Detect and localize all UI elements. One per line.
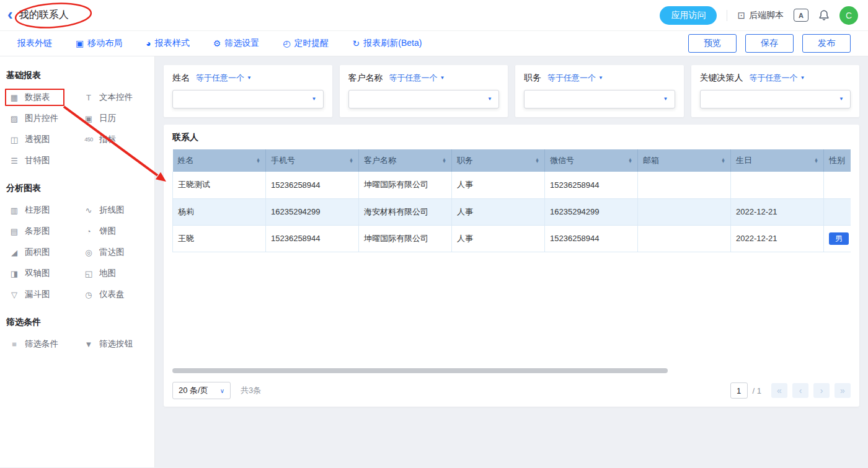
sort-icon[interactable]: ▲▼ — [349, 158, 353, 164]
column-label: 性别 — [829, 155, 845, 166]
column-header-job-title[interactable]: 职务▲▼ — [452, 149, 545, 172]
toolbar-item-label: 定时提醒 — [294, 38, 329, 49]
cell: 坤曜国际有限公司 — [359, 172, 452, 198]
sidebar-item-filter-button[interactable]: ▼ 筛选按钮 — [79, 335, 149, 353]
sidebar-item-area-chart[interactable]: ◢ 面积图 — [5, 244, 79, 261]
item-label: 数据表 — [25, 92, 50, 103]
table-row[interactable]: 王晓测试 15236258944 坤曜国际有限公司 人事 15236258944 — [173, 172, 851, 198]
pagination-left: 20 条/页 ∨ 共3条 — [172, 382, 261, 399]
sidebar-item-pivot-table[interactable]: ◫ 透视图 — [5, 131, 79, 148]
backend-script-button[interactable]: ⊡ 后端脚本 — [737, 10, 784, 21]
filter-value-select[interactable]: ▼ — [524, 90, 675, 108]
filter-operator-dropdown[interactable]: 等于任意一个 ▼ — [389, 73, 445, 84]
toolbar-item-scheduled-reminder[interactable]: ◴ 定时提醒 — [283, 38, 329, 49]
sidebar-item-text-widget[interactable]: T 文本控件 — [79, 89, 149, 106]
column-header-email[interactable]: 邮箱▲▼ — [638, 149, 731, 172]
column-header-phone[interactable]: 手机号▲▼ — [266, 149, 359, 172]
cell: 王晓 — [173, 225, 266, 252]
sidebar-item-gauge-chart[interactable]: ◷ 仪表盘 — [79, 286, 149, 303]
column-header-wechat[interactable]: 微信号▲▼ — [545, 149, 638, 172]
back-icon[interactable]: ‹ — [7, 6, 13, 22]
filter-operator-dropdown[interactable]: 等于任意一个 ▼ — [196, 73, 252, 84]
header-row: 姓名▲▼ 手机号▲▼ 客户名称▲▼ 职务▲▼ 微信号▲▼ 邮箱▲▼ 生日▲▼ 性… — [173, 149, 851, 172]
sort-icon[interactable]: ▲▼ — [721, 158, 725, 164]
filter-label: 关键决策人 — [700, 73, 743, 84]
filter-card-customer: 客户名称 等于任意一个 ▼ ▼ — [340, 65, 508, 117]
save-button[interactable]: 保存 — [745, 34, 794, 53]
sidebar-item-column-chart[interactable]: ▥ 柱形图 — [5, 201, 79, 219]
section-basic-reports: 基础报表 ▦ 数据表 T 文本控件 ▨ 图片控件 ▣ — [5, 70, 149, 169]
sidebar-item-indicator[interactable]: 450 指标 — [79, 131, 149, 148]
item-label: 日历 — [99, 113, 116, 124]
column-header-gender[interactable]: 性别▲▼ — [824, 149, 851, 172]
item-label: 筛选条件 — [25, 338, 58, 350]
page-size-select[interactable]: 20 条/页 ∨ — [172, 382, 231, 399]
item-label: 文本控件 — [99, 92, 133, 103]
sidebar-item-map-chart[interactable]: ◱ 地图 — [79, 265, 149, 282]
topbar: ‹ 我的联系人 应用访问 ⊡ 后端脚本 A C — [0, 0, 868, 31]
bar-chart-icon: ▤ — [9, 227, 20, 236]
page-number-input[interactable]: 1 — [730, 382, 748, 399]
cell: 人事 — [452, 172, 545, 198]
sidebar-item-line-chart[interactable]: ∿ 折线图 — [79, 201, 149, 219]
item-label: 雷达图 — [99, 247, 125, 258]
filter-operator-dropdown[interactable]: 等于任意一个 ▼ — [547, 73, 603, 84]
sidebar-item-calendar[interactable]: ▣ 日历 — [79, 110, 149, 127]
preview-button[interactable]: 预览 — [688, 34, 737, 53]
cell — [638, 225, 731, 252]
sidebar-item-filter-condition[interactable]: ≡ 筛选条件 — [5, 335, 79, 353]
filter-head: 关键决策人 等于任意一个 ▼ — [700, 73, 851, 84]
app-access-button[interactable]: 应用访问 — [660, 6, 717, 25]
filter-operator: 等于任意一个 — [196, 73, 244, 84]
filter-operator-dropdown[interactable]: 等于任意一个 ▼ — [750, 73, 805, 84]
table-row[interactable]: 杨莉 16235294299 海安材料有限公司 人事 16235294299 2… — [173, 198, 851, 225]
toolbar-item-report-style[interactable]: ◕ 报表样式 — [146, 38, 189, 49]
page-total: / 1 — [753, 386, 761, 395]
filter-value-select[interactable]: ▼ — [172, 90, 324, 108]
filter-head: 客户名称 等于任意一个 ▼ — [348, 73, 500, 84]
map-chart-icon: ◱ — [83, 269, 94, 278]
first-page-button[interactable]: « — [771, 383, 787, 398]
table-row[interactable]: 王晓 15236258944 坤曜国际有限公司 人事 15236258944 2… — [173, 225, 851, 252]
scrollbar-thumb[interactable] — [172, 368, 668, 373]
item-label: 甘特图 — [25, 155, 50, 166]
filter-operator: 等于任意一个 — [389, 73, 438, 84]
avatar[interactable]: C — [839, 6, 858, 25]
sort-icon[interactable]: ▲▼ — [256, 158, 260, 164]
sort-icon[interactable]: ▲▼ — [535, 158, 539, 164]
toolbar-item-report-external-link[interactable]: 报表外链 — [17, 38, 52, 49]
language-icon[interactable]: A — [794, 9, 808, 22]
next-page-button[interactable]: › — [813, 383, 830, 398]
publish-button[interactable]: 发布 — [802, 34, 851, 53]
toolbar-item-label: 报表刷新(Beta) — [363, 38, 422, 49]
toolbar-item-report-refresh[interactable]: ↻ 报表刷新(Beta) — [352, 38, 422, 49]
toolbar-item-filter-settings[interactable]: ⚙ 筛选设置 — [213, 38, 260, 49]
sidebar-item-pie-chart[interactable]: ◔ 饼图 — [79, 223, 149, 240]
notification-bell-icon[interactable] — [818, 9, 830, 21]
sidebar-item-dual-axis-chart[interactable]: ◨ 双轴图 — [5, 265, 79, 282]
filter-value-select[interactable]: ▼ — [700, 90, 851, 108]
image-widget-icon: ▨ — [9, 114, 20, 123]
filter-value-select[interactable]: ▼ — [348, 90, 500, 108]
sidebar-item-data-table[interactable]: ▦ 数据表 — [5, 89, 64, 106]
cell: 海安材料有限公司 — [359, 198, 452, 225]
sidebar-item-bar-chart[interactable]: ▤ 条形图 — [5, 223, 79, 240]
sort-icon[interactable]: ▲▼ — [442, 158, 446, 164]
last-page-button[interactable]: » — [835, 383, 851, 398]
toolbar-item-mobile-layout[interactable]: ▣ 移动布局 — [76, 38, 122, 49]
sidebar-item-radar-chart[interactable]: ◎ 雷达图 — [79, 244, 149, 261]
column-header-birthday[interactable]: 生日▲▼ — [731, 149, 824, 172]
column-header-name[interactable]: 姓名▲▼ — [173, 149, 266, 172]
table-viewport: 姓名▲▼ 手机号▲▼ 客户名称▲▼ 职务▲▼ 微信号▲▼ 邮箱▲▼ 生日▲▼ 性… — [172, 149, 851, 364]
filter-label: 客户名称 — [348, 73, 383, 84]
column-label: 客户名称 — [364, 155, 396, 166]
chevron-down-icon: ∨ — [220, 387, 224, 394]
sidebar-item-gantt-chart[interactable]: ☰ 甘特图 — [5, 152, 79, 169]
sidebar-item-funnel-chart[interactable]: ▽ 漏斗图 — [5, 286, 79, 303]
sort-icon[interactable]: ▲▼ — [628, 158, 632, 164]
sort-icon[interactable]: ▲▼ — [814, 158, 818, 164]
column-label: 生日 — [736, 155, 752, 166]
column-header-customer[interactable]: 客户名称▲▼ — [359, 149, 452, 172]
sidebar-item-image-widget[interactable]: ▨ 图片控件 — [5, 110, 79, 127]
prev-page-button[interactable]: ‹ — [792, 383, 808, 398]
